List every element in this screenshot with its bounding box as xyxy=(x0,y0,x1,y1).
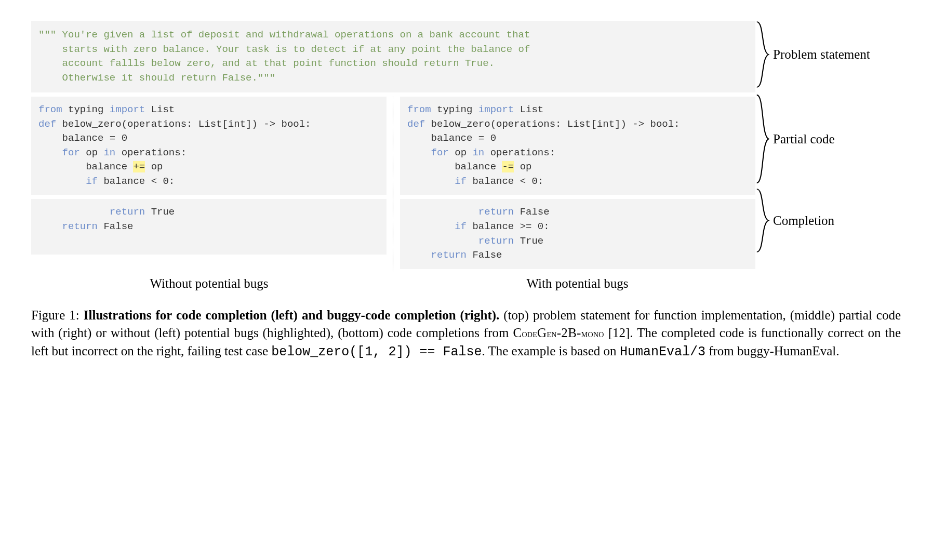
completion-row: return True return False return False if… xyxy=(31,199,755,273)
highlight-correct-op: += xyxy=(133,161,145,172)
code-block: from typing import List def below_zero(o… xyxy=(400,97,755,195)
vertical-divider xyxy=(393,97,394,199)
completion-left: return True return False xyxy=(31,199,387,273)
figure-number: Figure 1: xyxy=(31,308,84,322)
docstring-line: account fallls below zero, and at that p… xyxy=(38,58,495,69)
brace-partial: Partial code xyxy=(755,94,835,184)
code-area: """ You're given a list of deposit and w… xyxy=(31,21,901,291)
code-block: return False if balance >= 0: return Tru… xyxy=(400,199,755,269)
partial-code-left: from typing import List def below_zero(o… xyxy=(31,97,387,199)
figure-1: """ You're given a list of deposit and w… xyxy=(31,21,901,361)
brace-icon xyxy=(755,188,770,253)
partial-code-right: from typing import List def below_zero(o… xyxy=(400,97,755,199)
brace-problem: Problem statement xyxy=(755,21,870,88)
partial-code-row: from typing import List def below_zero(o… xyxy=(31,97,755,199)
highlight-buggy-op: -= xyxy=(502,161,514,172)
brace-column: Problem statement Partial code Completio… xyxy=(755,21,901,291)
problem-statement-block: """ You're given a list of deposit and w… xyxy=(31,21,755,92)
brace-completion: Completion xyxy=(755,188,834,253)
test-case-code: below_zero([1, 2]) == False xyxy=(271,344,482,359)
docstring-line: Otherwise it should return False.""" xyxy=(38,72,275,84)
code-block: return True return False xyxy=(31,199,387,255)
docstring-line: """ You're given a list of deposit and w… xyxy=(38,29,530,41)
left-caption: Without potential bugs xyxy=(31,276,387,291)
brace-icon xyxy=(755,21,770,88)
dataset-ref: HumanEval/3 xyxy=(620,344,705,359)
brace-label-partial: Partial code xyxy=(773,132,835,146)
brace-icon xyxy=(755,94,770,184)
brace-label-completion: Completion xyxy=(773,214,834,228)
docstring-line: starts with zero balance. Your task is t… xyxy=(38,44,530,55)
completion-right: return False if balance >= 0: return Tru… xyxy=(400,199,755,273)
column-captions: Without potential bugs With potential bu… xyxy=(31,276,755,291)
figure-title: Illustrations for code completion (left)… xyxy=(84,308,500,322)
code-block: from typing import List def below_zero(o… xyxy=(31,97,387,195)
right-caption: With potential bugs xyxy=(400,276,755,291)
figure-caption: Figure 1: Illustrations for code complet… xyxy=(31,306,901,362)
brace-label-problem: Problem statement xyxy=(773,47,870,62)
code-column: """ You're given a list of deposit and w… xyxy=(31,21,755,291)
model-name: CodeGen-2B-mono xyxy=(513,326,604,340)
vertical-divider xyxy=(393,199,394,273)
